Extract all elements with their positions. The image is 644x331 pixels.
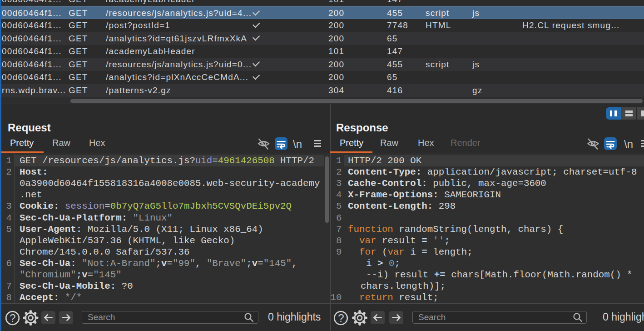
- svg-text:\n: \n: [624, 138, 633, 150]
- svg-text:?: ?: [338, 312, 344, 324]
- svg-text:?: ?: [10, 312, 15, 324]
- svg-text:\n: \n: [293, 138, 302, 150]
